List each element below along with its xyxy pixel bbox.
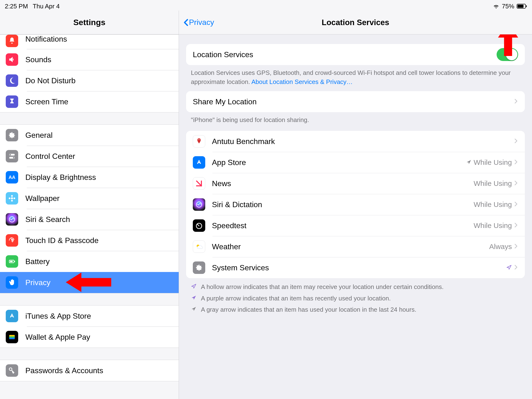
- sidebar-item-label: General: [25, 131, 53, 140]
- app-row-weather[interactable]: WeatherAlways: [186, 236, 525, 257]
- sidebar-item-notifications[interactable]: Notifications: [0, 35, 179, 49]
- sidebar-item-battery[interactable]: Battery: [0, 251, 179, 272]
- fingerprint-icon: [6, 234, 18, 247]
- sidebar-item-label: Passwords & Accounts: [25, 366, 103, 375]
- location-services-toggle-row[interactable]: Location Services: [186, 44, 525, 65]
- svg-rect-2: [526, 5, 527, 7]
- app-row-speedtest[interactable]: SpeedtestWhile Using: [186, 215, 525, 236]
- antutu-icon: [193, 135, 205, 148]
- app-status: [506, 264, 512, 272]
- sidebar-item-label: Screen Time: [25, 97, 68, 106]
- sidebar-item-control-center[interactable]: Control Center: [0, 146, 179, 167]
- battery-icon: [517, 4, 527, 9]
- app-label: Speedtest: [212, 221, 474, 230]
- app-status: While Using: [466, 158, 512, 166]
- app-label: Siri & Dictation: [212, 200, 474, 209]
- wallet-icon: [6, 331, 18, 343]
- svg-point-6: [13, 157, 14, 158]
- svg-point-4: [10, 154, 11, 155]
- status-time: 2:25 PM: [5, 3, 28, 10]
- share-location-group: Share My Location: [186, 91, 525, 112]
- sidebar-item-label: Siri & Search: [25, 215, 70, 224]
- flower-icon: [6, 192, 18, 204]
- switches-icon: [6, 150, 18, 162]
- app-label: System Services: [212, 263, 506, 272]
- share-location-label: Share My Location: [193, 97, 514, 106]
- app-status: While Using: [474, 179, 512, 188]
- sidebar-item-label: Privacy: [25, 278, 51, 287]
- gear-icon: [6, 129, 18, 141]
- location-arrow-icon: [466, 158, 472, 166]
- app-label: Antutu Benchmark: [212, 137, 512, 146]
- svg-point-10: [11, 200, 13, 201]
- sidebar-item-wallpaper[interactable]: Wallpaper: [0, 188, 179, 209]
- app-row-news[interactable]: NewsWhile Using: [186, 173, 525, 194]
- sidebar-item-display-brightness[interactable]: AADisplay & Brightness: [0, 167, 179, 188]
- app-status: While Using: [474, 200, 512, 209]
- sidebar-item-screen-time[interactable]: Screen Time: [0, 91, 179, 112]
- svg-rect-1: [518, 5, 524, 8]
- hourglass-icon: [6, 95, 18, 108]
- app-row-app-store[interactable]: App StoreWhile Using: [186, 152, 525, 173]
- share-location-row[interactable]: Share My Location: [186, 91, 525, 112]
- back-button[interactable]: Privacy: [183, 18, 214, 27]
- svg-point-12: [13, 197, 15, 199]
- legend: A hollow arrow indicates that an item ma…: [179, 278, 532, 321]
- location-services-toggle-group: Location Services: [186, 44, 525, 65]
- sidebar-item-itunes-app-store[interactable]: iTunes & App Store: [0, 305, 179, 327]
- chevron-right-icon: [514, 180, 518, 187]
- app-row-system-services[interactable]: System Services: [186, 257, 525, 278]
- sidebar-item-do-not-disturb[interactable]: Do Not Disturb: [0, 70, 179, 91]
- svg-rect-18: [9, 335, 15, 336]
- chevron-right-icon: [514, 243, 518, 250]
- chevron-right-icon: [514, 201, 518, 208]
- svg-rect-16: [10, 261, 13, 262]
- gear-icon: [193, 261, 205, 274]
- chevron-right-icon: [514, 264, 518, 271]
- svg-rect-19: [9, 336, 15, 338]
- chevron-right-icon: [514, 98, 518, 105]
- legend-row: A hollow arrow indicates that an item ma…: [191, 283, 520, 291]
- siri-icon: [193, 198, 205, 211]
- sidebar-item-sounds[interactable]: Sounds: [0, 49, 179, 70]
- app-label: Weather: [212, 242, 489, 251]
- key-icon: [6, 364, 18, 377]
- location-arrow-icon: [506, 264, 512, 272]
- app-label: App Store: [212, 158, 466, 167]
- settings-sidebar: Settings NotificationsSoundsDo Not Distu…: [0, 11, 179, 399]
- location-arrow-icon: [191, 283, 197, 291]
- detail-nav-bar: Privacy Location Services: [179, 11, 532, 34]
- app-row-antutu-benchmark[interactable]: Antutu Benchmark: [186, 131, 525, 152]
- chevron-right-icon: [514, 222, 518, 229]
- about-link[interactable]: About Location Services & Privacy…: [251, 78, 353, 85]
- sidebar-item-label: Wallpaper: [25, 194, 60, 203]
- sidebar-item-touch-id-passcode[interactable]: Touch ID & Passcode: [0, 230, 179, 251]
- chevron-right-icon: [514, 138, 518, 145]
- speedtest-icon: [193, 219, 205, 232]
- annotation-arrow-privacy: [66, 272, 111, 294]
- sidebar-item-label: Touch ID & Passcode: [25, 236, 99, 245]
- svg-point-11: [9, 197, 11, 199]
- detail-pane: Privacy Location Services Location Servi…: [179, 11, 532, 399]
- svg-point-23: [199, 139, 200, 140]
- sidebar-item-general[interactable]: General: [0, 125, 179, 146]
- sidebar-item-wallet-apple-pay[interactable]: Wallet & Apple Pay: [0, 327, 179, 348]
- app-row-siri-dictation[interactable]: Siri & DictationWhile Using: [186, 194, 525, 215]
- legend-row: A gray arrow indicates that an item has …: [191, 305, 520, 314]
- appstore-icon: [193, 156, 205, 169]
- moon-icon: [6, 74, 18, 87]
- status-battery-pct: 75%: [502, 3, 514, 10]
- sidebar-item-passwords-accounts[interactable]: Passwords & Accounts: [0, 360, 179, 381]
- legend-row: A purple arrow indicates that an item ha…: [191, 294, 520, 303]
- detail-title: Location Services: [179, 18, 532, 27]
- sidebar-item-label: Notifications: [25, 35, 67, 44]
- share-location-footer: "iPhone" is being used for location shar…: [179, 112, 532, 126]
- speaker-icon: [6, 53, 18, 66]
- wifi-icon: [493, 4, 500, 9]
- sidebar-title: Settings: [73, 18, 105, 27]
- sidebar-item-siri-search[interactable]: Siri & Search: [0, 209, 179, 230]
- bell-icon: [6, 35, 18, 47]
- siri-icon: [6, 213, 18, 226]
- battery-icon: [6, 255, 18, 268]
- sidebar-item-label: Battery: [25, 257, 50, 266]
